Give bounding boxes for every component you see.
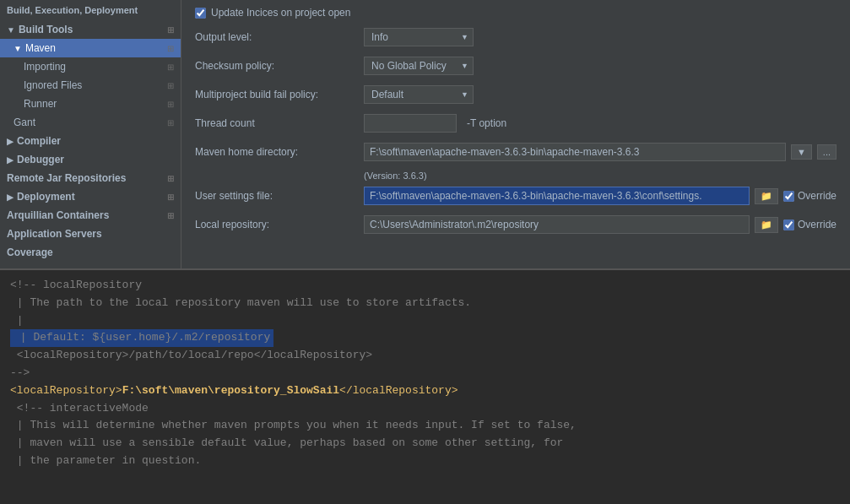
bottom-code-panel: <!-- localRepository | The path to the l… [0,270,850,504]
sidebar-label: Coverage [7,247,53,258]
checksum-dropdown-wrap: No Global PolicyWarnFailIgnore [364,57,474,75]
sidebar-label: Runner [24,98,57,110]
settings-icon: ⊞ [167,25,174,35]
sidebar-label: Deployment [17,191,75,203]
sidebar-label: Arquillian Containers [7,209,109,221]
code-line-9: | This will determine whether maven prom… [10,417,840,435]
sidebar-item-coverage[interactable]: Coverage [0,243,181,262]
sidebar-label: Build Tools [19,24,73,35]
maven-home-label: Maven home directory: [195,146,364,158]
sidebar-item-arquillian[interactable]: Arquillian Containers ⊞ [0,206,181,225]
maven-home-browse-btn[interactable]: ... [817,144,836,160]
settings-icon: ⊞ [167,192,174,202]
sidebar-item-build-tools[interactable]: ▼ Build Tools ⊞ [0,20,181,39]
sidebar-label: Importing [24,61,66,73]
code-bold-value: F:\soft\maven\repository_SlowSail [122,384,339,397]
sidebar-label: Debugger [17,154,64,165]
sidebar-label: Compiler [17,135,61,147]
code-line-2: | The path to the local repository maven… [10,295,840,312]
user-settings-input[interactable] [364,187,750,205]
settings-icon: ⊞ [167,118,174,127]
settings-icon: ⊞ [167,211,174,220]
local-repo-control: 📁 Override [364,215,836,234]
sidebar-item-gant[interactable]: Gant ⊞ [0,113,181,132]
user-settings-override-wrap: Override [783,190,836,202]
user-settings-override-label: Override [798,190,836,202]
sidebar-item-maven[interactable]: ▼ Maven ⊞ [0,39,181,57]
settings-icon: ⊞ [167,44,174,53]
top-panel: Build, Execution, Deployment ▼ Build Too… [0,0,850,270]
sidebar-item-ignored-files[interactable]: Ignored Files ⊞ [0,76,181,95]
settings-icon: ⊞ [167,62,174,72]
content-panel: Update Incices on project open Output le… [181,0,850,268]
thread-count-control: -T option [364,114,836,133]
arrow-icon: ▼ [7,25,15,35]
sidebar-item-remote-jar[interactable]: Remote Jar Repositories ⊞ [0,169,181,187]
local-repo-override-wrap: Override [783,219,836,230]
sidebar-item-debugger[interactable]: ▶ Debugger [0,150,181,169]
checksum-policy-row: Checksum policy: No Global PolicyWarnFai… [195,56,836,76]
user-settings-control: 📁 Override [364,187,836,205]
code-line-1: <!-- localRepository [10,277,840,295]
update-indices-checkbox[interactable] [195,8,206,19]
update-indices-row: Update Incices on project open [195,7,836,19]
sidebar-item-deployment[interactable]: ▶ Deployment ⊞ [0,187,181,206]
sidebar-label: Maven [25,42,56,54]
code-line-5: <localRepository>/path/to/local/repo</lo… [10,347,840,365]
t-option-label: -T option [467,117,506,129]
main-container: Build, Execution, Deployment ▼ Build Too… [0,0,850,504]
checksum-policy-control: No Global PolicyWarnFailIgnore [364,57,836,75]
code-tag-open: <localRepository> [10,384,122,397]
sidebar-item-compiler[interactable]: ▶ Compiler [0,132,181,150]
sidebar-label: Application Servers [7,228,102,240]
arrow-icon: ▶ [7,137,14,146]
settings-icon: ⊞ [167,174,174,183]
sidebar-header: Build, Execution, Deployment [0,0,181,20]
code-line-6: --> [10,365,840,382]
code-line-3: | [10,312,840,330]
thread-count-label: Thread count [195,117,364,129]
user-settings-override-checkbox[interactable] [783,191,794,202]
output-level-row: Output level: InfoDebugWarnError [195,27,836,47]
local-repo-override-checkbox[interactable] [783,219,794,230]
arrow-icon: ▼ [14,44,22,53]
code-tag-close: </localRepository> [339,384,457,397]
output-level-label: Output level: [195,31,364,43]
sidebar-label: Remote Jar Repositories [7,172,126,184]
sidebar: Build, Execution, Deployment ▼ Build Too… [0,0,181,268]
multiproject-control: DefaultNeverAfter Current [364,85,836,104]
code-line-4: | Default: ${user.home}/.m2/repository [10,329,840,347]
local-repo-row: Local repository: 📁 Override [195,214,836,235]
local-repo-override-label: Override [798,219,836,230]
user-settings-browse-btn[interactable]: 📁 [755,188,778,204]
maven-home-input[interactable] [364,143,786,161]
multiproject-dropdown-wrap: DefaultNeverAfter Current [364,85,474,104]
thread-count-row: Thread count -T option [195,113,836,133]
arrow-icon: ▶ [7,192,14,202]
user-settings-label: User settings file: [195,190,364,202]
code-line-10: | maven will use a sensible default valu… [10,435,840,453]
checksum-policy-label: Checksum policy: [195,60,364,72]
settings-icon: ⊞ [167,100,174,109]
output-level-select[interactable]: InfoDebugWarnError [364,28,474,46]
multiproject-label: Multiproject build fail policy: [195,89,364,100]
code-line-11: | the parameter in question. [10,453,840,470]
sidebar-item-runner[interactable]: Runner ⊞ [0,95,181,113]
maven-home-row: Maven home directory: ▼ ... [195,142,836,162]
output-level-control: InfoDebugWarnError [364,28,836,46]
local-repo-input[interactable] [364,215,750,234]
sidebar-item-app-servers[interactable]: Application Servers [0,225,181,243]
local-repo-browse-btn[interactable]: 📁 [755,217,778,233]
output-level-dropdown-wrap: InfoDebugWarnError [364,28,474,46]
multiproject-select[interactable]: DefaultNeverAfter Current [364,85,474,104]
user-settings-row: User settings file: 📁 Override [195,186,836,206]
code-line-7: <localRepository>F:\soft\maven\repositor… [10,382,840,400]
update-indices-label: Update Incices on project open [211,7,350,19]
sidebar-label: Ignored Files [24,79,82,91]
settings-icon: ⊞ [167,81,174,90]
thread-count-input[interactable] [364,114,457,133]
checksum-policy-select[interactable]: No Global PolicyWarnFailIgnore [364,57,474,75]
version-note: (Version: 3.6.3) [364,171,836,181]
sidebar-item-importing[interactable]: Importing ⊞ [0,57,181,76]
maven-home-dropdown-btn[interactable]: ▼ [791,144,812,160]
